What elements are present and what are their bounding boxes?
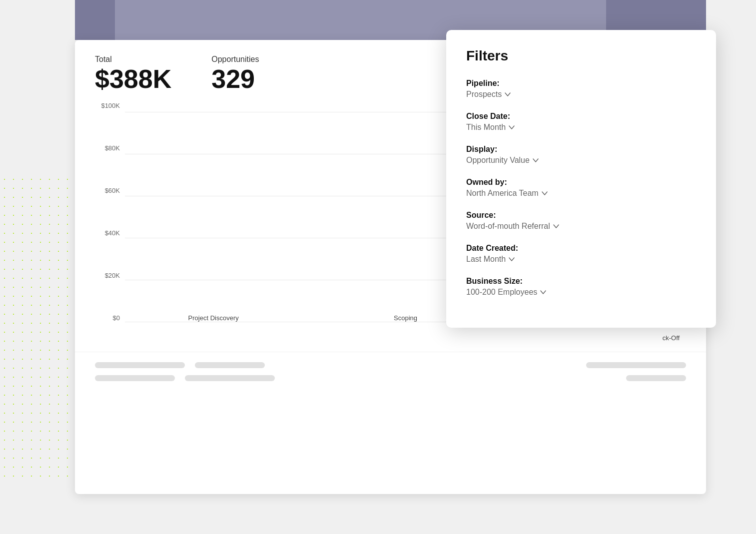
filter-date-created-select[interactable]: Last Month [466, 255, 696, 264]
y-label-100k: $100K [101, 102, 120, 109]
filter-source-select[interactable]: Word-of-mouth Referral [466, 222, 696, 231]
total-value: $388K [95, 66, 171, 92]
y-label-60k: $60K [105, 187, 120, 194]
skeleton-bar-2b [185, 375, 275, 381]
y-label-0: $0 [113, 314, 120, 322]
y-label-20k: $20K [105, 272, 120, 279]
chevron-down-icon-5 [553, 223, 559, 229]
filter-close-date-select[interactable]: This Month [466, 123, 696, 132]
filter-date-created: Date Created: Last Month [466, 244, 696, 264]
filter-close-date: Close Date: This Month [466, 112, 696, 132]
chevron-down-icon [505, 91, 511, 97]
opportunities-stat: Opportunities 329 [211, 55, 259, 92]
filter-display-select[interactable]: Opportunity Value [466, 156, 696, 165]
filter-display: Display: Opportunity Value [466, 145, 696, 165]
filters-title: Filters [466, 48, 696, 64]
bar-label-kickoff-text: ck-Off [656, 334, 686, 342]
filter-pipeline: Pipeline: Prospects [466, 79, 696, 99]
chevron-down-icon-6 [509, 256, 515, 262]
filter-source-value: Word-of-mouth Referral [466, 222, 550, 231]
filter-business-size-value: 100-200 Employees [466, 288, 537, 297]
chevron-down-icon-4 [542, 190, 548, 196]
filters-panel: Filters Pipeline: Prospects Close Date: … [446, 30, 716, 328]
chevron-down-icon-2 [509, 124, 515, 130]
filter-business-size-select[interactable]: 100-200 Employees [466, 288, 696, 297]
y-label-40k: $40K [105, 229, 120, 237]
filter-date-created-label: Date Created: [466, 244, 696, 253]
skeleton-row-2 [95, 375, 686, 381]
total-stat: Total $388K [95, 55, 171, 92]
skeleton-bar-1a [95, 362, 185, 368]
filter-business-size-label: Business Size: [466, 277, 696, 286]
skeleton-bar-2a [95, 375, 175, 381]
filter-date-created-value: Last Month [466, 255, 506, 264]
skeleton-row-1 [95, 362, 686, 368]
filter-close-date-value: This Month [466, 123, 506, 132]
skeleton-bar-2c [626, 375, 686, 381]
filter-source: Source: Word-of-mouth Referral [466, 211, 696, 231]
filter-display-label: Display: [466, 145, 696, 154]
bar-label-project-discovery: Project Discovery [188, 314, 239, 322]
skeleton-section [75, 352, 706, 398]
filter-pipeline-value: Prospects [466, 90, 502, 99]
filter-owned-by-label: Owned by: [466, 178, 696, 187]
filter-pipeline-label: Pipeline: [466, 79, 696, 88]
filter-owned-by: Owned by: North America Team [466, 178, 696, 198]
skeleton-bar-1c [586, 362, 686, 368]
filter-display-value: Opportunity Value [466, 156, 530, 165]
filter-business-size: Business Size: 100-200 Employees [466, 277, 696, 297]
opportunities-value: 329 [211, 66, 259, 92]
filter-close-date-label: Close Date: [466, 112, 696, 121]
total-label: Total [95, 55, 171, 64]
opportunities-label: Opportunities [211, 55, 259, 64]
filter-owned-by-select[interactable]: North America Team [466, 189, 696, 198]
chevron-down-icon-3 [533, 157, 539, 163]
y-label-80k: $80K [105, 144, 120, 152]
y-axis: $100K $80K $60K $40K $20K $0 [95, 102, 125, 322]
skeleton-bar-1b [195, 362, 265, 368]
filter-owned-by-value: North America Team [466, 189, 539, 198]
chevron-down-icon-7 [540, 289, 546, 295]
filter-source-label: Source: [466, 211, 696, 220]
filter-pipeline-select[interactable]: Prospects [466, 90, 696, 99]
bar-label-scoping: Scoping [394, 314, 417, 322]
bar-group-project-discovery: Project Discovery [125, 310, 302, 322]
